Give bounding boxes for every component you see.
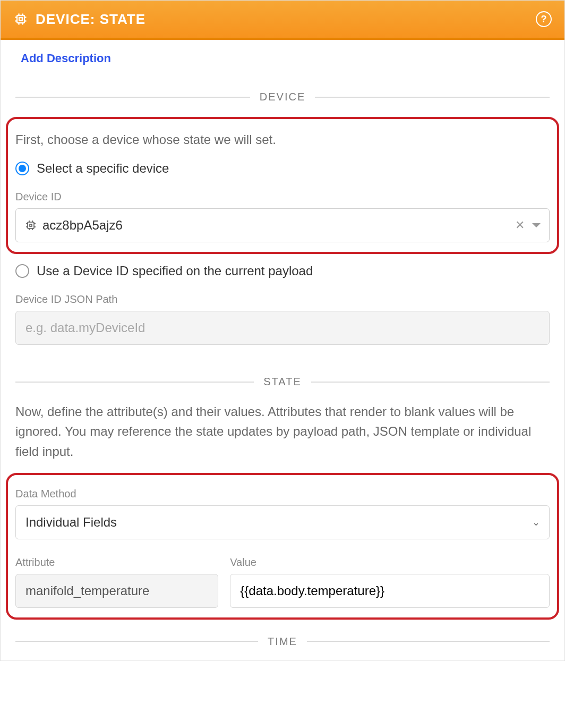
chip-icon — [13, 12, 28, 27]
svg-rect-1 — [19, 18, 22, 21]
device-id-json-path-input — [15, 311, 550, 345]
attribute-header: Attribute — [15, 556, 218, 569]
section-divider-device: DEVICE — [15, 91, 550, 103]
attribute-value: manifold_temperature — [25, 583, 149, 598]
add-description-link[interactable]: Add Description — [15, 40, 550, 81]
svg-rect-10 — [28, 222, 34, 228]
value-input[interactable] — [230, 574, 550, 608]
radio-input-unselected[interactable] — [15, 264, 29, 278]
device-id-label: Device ID — [15, 191, 550, 203]
device-state-panel: DEVICE: STATE ? Add Description DEVICE F… — [0, 0, 565, 661]
radio-label-payload: Use a Device ID specified on the current… — [37, 264, 313, 278]
value-header: Value — [230, 556, 550, 569]
device-selection-highlight: First, choose a device whose state we wi… — [6, 117, 559, 254]
chip-icon — [24, 219, 37, 232]
section-label-time: TIME — [258, 636, 307, 648]
radio-select-specific-device[interactable]: Select a specific device — [15, 161, 550, 176]
section-label-device: DEVICE — [250, 91, 315, 103]
data-method-select[interactable]: Individual Fields — [15, 505, 550, 539]
attribute-input[interactable]: manifold_temperature — [15, 574, 218, 608]
radio-label-specific: Select a specific device — [37, 161, 169, 176]
section-divider-state: STATE — [15, 376, 550, 388]
section-divider-time: TIME — [15, 636, 550, 648]
radio-input-selected[interactable] — [15, 162, 29, 175]
device-id-select[interactable]: acz8bpA5ajz6 ✕ — [15, 208, 550, 242]
state-instruction: Now, define the attribute(s) and their v… — [15, 402, 550, 461]
chevron-down-icon — [532, 223, 541, 227]
device-id-json-path-label: Device ID JSON Path — [15, 293, 550, 306]
section-label-state: STATE — [254, 376, 311, 388]
panel-header: DEVICE: STATE ? — [1, 1, 564, 40]
svg-rect-0 — [17, 15, 24, 23]
clear-icon[interactable]: ✕ — [515, 218, 525, 232]
state-data-method-highlight: Data Method Individual Fields ⌄ Attribut… — [6, 473, 559, 620]
device-instruction: First, choose a device whose state we wi… — [15, 130, 550, 149]
help-icon[interactable]: ? — [536, 11, 552, 27]
data-method-label: Data Method — [15, 488, 550, 500]
radio-use-payload-device-id[interactable]: Use a Device ID specified on the current… — [15, 264, 550, 278]
svg-rect-11 — [30, 224, 32, 226]
device-id-value: acz8bpA5ajz6 — [42, 218, 515, 233]
panel-title: DEVICE: STATE — [36, 11, 145, 28]
